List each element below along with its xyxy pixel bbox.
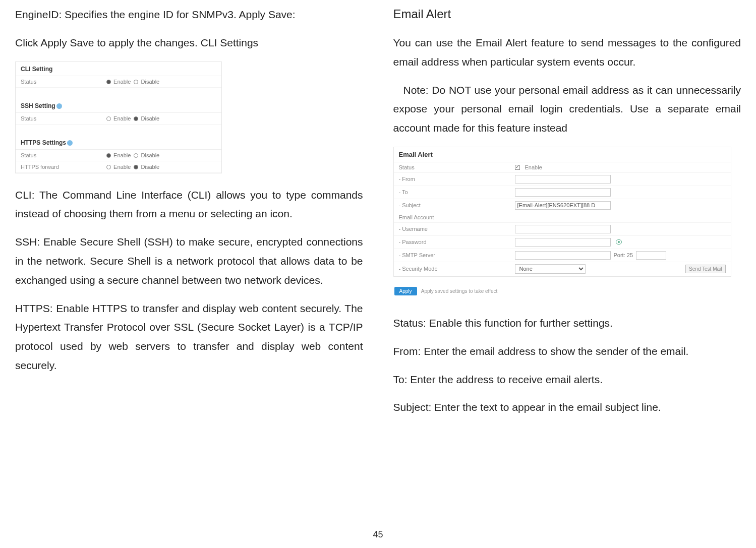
email-security-row: - Security Mode None Send Test Mail <box>394 262 731 276</box>
email-username-input[interactable] <box>515 225 611 233</box>
email-port-input[interactable] <box>636 251 666 260</box>
email-port-label: Port: 25 <box>614 252 633 258</box>
ssh-status-row: Status Enable Disable <box>16 113 221 125</box>
https-status-row: Status Enable Disable <box>16 150 221 161</box>
para-email-intro: You can use the Email Alert feature to s… <box>393 33 741 72</box>
email-to-row: - To <box>394 186 731 199</box>
radio-icon[interactable] <box>134 153 138 158</box>
email-security-label: - Security Mode <box>399 266 515 272</box>
para-from-desc: From: Enter the email address to show th… <box>393 342 741 361</box>
email-from-input[interactable] <box>515 175 611 184</box>
email-status-enable: Enable <box>525 164 542 170</box>
email-panel-title: Email Alert <box>394 147 731 162</box>
cli-setting-header: CLI Setting <box>16 62 221 76</box>
para-cli-desc: CLI: The Command Line Interface (CLI) al… <box>15 186 363 224</box>
para-email-note: Note: Do NOT use your personal email add… <box>393 81 741 138</box>
radio-icon[interactable] <box>134 80 138 84</box>
https-forward-row: HTTPS forward Enable Disable <box>16 161 221 173</box>
radio-icon[interactable] <box>106 80 111 84</box>
cli-settings-panel: CLI Setting Status Enable Disable SSH Se… <box>15 62 222 173</box>
apply-button[interactable]: Apply <box>394 287 417 295</box>
radio-icon[interactable] <box>134 165 138 169</box>
https-status-label: Status <box>21 152 106 158</box>
cli-status-row: Status Enable Disable <box>16 76 221 88</box>
radio-icon[interactable] <box>106 153 111 158</box>
apply-note: Apply saved settings to take effect <box>421 288 498 294</box>
email-from-label: - From <box>399 176 515 182</box>
left-column: EngineID: Specifies the engine ID for SN… <box>15 5 363 426</box>
para-status-desc: Status: Enable this function for further… <box>393 314 741 333</box>
help-icon[interactable] <box>67 140 73 146</box>
radio-icon[interactable] <box>134 116 138 121</box>
ssh-status-options[interactable]: Enable Disable <box>106 115 216 121</box>
email-smtp-label: - SMTP Server <box>399 252 515 258</box>
para-engineid: EngineID: Specifies the engine ID for SN… <box>15 5 363 24</box>
email-smtp-row: - SMTP Server Port: 25 <box>394 249 731 262</box>
https-setting-header: HTTPS Settings <box>16 136 221 150</box>
cli-status-options[interactable]: Enable Disable <box>106 79 216 85</box>
ssh-status-label: Status <box>21 115 106 121</box>
para-ssh-desc: SSH: Enable Secure Shell (SSH) to make s… <box>15 232 363 289</box>
email-security-select[interactable]: None <box>515 264 586 274</box>
email-to-label: - To <box>399 189 515 195</box>
para-applysave-cli: Click Apply Save to apply the changes. C… <box>15 33 363 52</box>
para-subject-desc: Subject: Enter the text to appear in the… <box>393 398 741 417</box>
email-alert-heading: Email Alert <box>393 7 741 21</box>
para-https-desc: HTTPS: Enable HTTPS to transfer and disp… <box>15 299 363 375</box>
email-status-row: Status Enable <box>394 162 731 173</box>
email-username-label: - Username <box>399 226 515 232</box>
page-number: 45 <box>0 529 756 540</box>
email-username-row: - Username <box>394 223 731 236</box>
email-smtp-input[interactable] <box>515 251 611 260</box>
cli-status-label: Status <box>21 79 106 85</box>
email-from-row: - From <box>394 173 731 186</box>
https-status-options[interactable]: Enable Disable <box>106 152 216 158</box>
send-test-mail-button[interactable]: Send Test Mail <box>685 265 725 273</box>
checkbox-icon[interactable] <box>515 165 520 170</box>
email-password-label: - Password <box>399 239 515 245</box>
email-status-label: Status <box>399 164 515 170</box>
right-column: Email Alert You can use the Email Alert … <box>393 5 741 426</box>
radio-icon[interactable] <box>106 165 111 169</box>
email-account-row: Email Account <box>394 212 731 223</box>
email-subject-row: - Subject <box>394 199 731 212</box>
ssh-setting-header: SSH Setting <box>16 99 221 113</box>
email-subject-label: - Subject <box>399 202 515 208</box>
email-password-row: - Password <box>394 236 731 249</box>
help-icon[interactable] <box>56 103 62 109</box>
email-password-input[interactable] <box>515 238 611 247</box>
email-to-input[interactable] <box>515 188 611 197</box>
email-alert-panel: Email Alert Status Enable - From - To - … <box>393 147 731 277</box>
apply-block: Apply Apply saved settings to take effec… <box>394 287 741 295</box>
radio-icon[interactable] <box>106 116 111 121</box>
eye-icon[interactable] <box>616 239 622 245</box>
para-to-desc: To: Enter the address to receive email a… <box>393 370 741 389</box>
https-forward-label: HTTPS forward <box>21 164 106 170</box>
email-account-label: Email Account <box>399 214 515 220</box>
https-forward-options[interactable]: Enable Disable <box>106 164 216 170</box>
email-subject-input[interactable] <box>515 201 611 210</box>
